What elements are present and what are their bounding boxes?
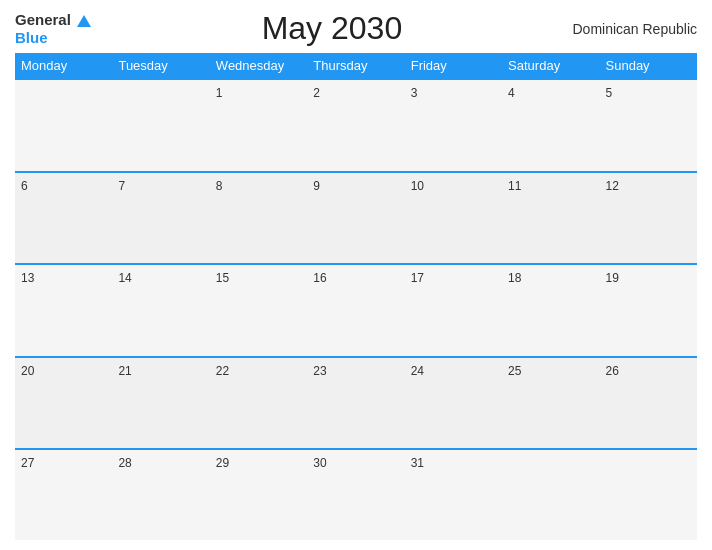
calendar-day-cell: 28 (112, 449, 209, 540)
logo-blue-text: Blue (15, 29, 48, 46)
calendar-day-cell: 31 (405, 449, 502, 540)
calendar-day-cell: 23 (307, 357, 404, 450)
day-header-wednesday: Wednesday (210, 53, 307, 79)
calendar-day-cell: 29 (210, 449, 307, 540)
logo-triangle-icon (77, 15, 91, 27)
calendar-day-cell: 15 (210, 264, 307, 357)
calendar-day-cell: 16 (307, 264, 404, 357)
calendar-week-5: 2728293031 (15, 449, 697, 540)
calendar-week-3: 13141516171819 (15, 264, 697, 357)
calendar-day-cell: 17 (405, 264, 502, 357)
calendar-table: MondayTuesdayWednesdayThursdayFridaySatu… (15, 53, 697, 540)
calendar-body: 1234567891011121314151617181920212223242… (15, 79, 697, 540)
calendar-day-cell: 18 (502, 264, 599, 357)
calendar-day-cell (600, 449, 697, 540)
calendar-week-2: 6789101112 (15, 172, 697, 265)
day-header-tuesday: Tuesday (112, 53, 209, 79)
calendar-day-cell: 22 (210, 357, 307, 450)
calendar-day-cell: 21 (112, 357, 209, 450)
calendar-day-cell: 14 (112, 264, 209, 357)
month-title: May 2030 (262, 10, 403, 47)
calendar-day-cell: 9 (307, 172, 404, 265)
calendar-day-cell: 11 (502, 172, 599, 265)
calendar-day-cell (112, 79, 209, 172)
calendar-week-1: 12345 (15, 79, 697, 172)
calendar-day-cell: 24 (405, 357, 502, 450)
calendar-day-cell: 12 (600, 172, 697, 265)
calendar-day-cell: 10 (405, 172, 502, 265)
day-header-monday: Monday (15, 53, 112, 79)
calendar-day-cell: 27 (15, 449, 112, 540)
calendar-day-cell: 13 (15, 264, 112, 357)
calendar-day-cell (502, 449, 599, 540)
page-header: General Blue May 2030 Dominican Republic (15, 10, 697, 47)
calendar-day-cell: 25 (502, 357, 599, 450)
calendar-day-cell: 20 (15, 357, 112, 450)
day-header-thursday: Thursday (307, 53, 404, 79)
calendar-day-cell: 5 (600, 79, 697, 172)
calendar-day-cell (15, 79, 112, 172)
calendar-day-cell: 1 (210, 79, 307, 172)
day-header-friday: Friday (405, 53, 502, 79)
calendar-day-cell: 26 (600, 357, 697, 450)
calendar-day-cell: 19 (600, 264, 697, 357)
calendar-day-cell: 3 (405, 79, 502, 172)
country-label: Dominican Republic (572, 21, 697, 37)
logo: General Blue (15, 11, 91, 46)
calendar-day-cell: 6 (15, 172, 112, 265)
logo-top-row: General (15, 11, 91, 29)
logo-bottom-row: Blue (15, 29, 48, 47)
day-header-sunday: Sunday (600, 53, 697, 79)
calendar-day-cell: 4 (502, 79, 599, 172)
calendar-day-cell: 2 (307, 79, 404, 172)
calendar-day-cell: 8 (210, 172, 307, 265)
logo-general-text: General (15, 11, 71, 28)
calendar-week-4: 20212223242526 (15, 357, 697, 450)
calendar-header-row: MondayTuesdayWednesdayThursdayFridaySatu… (15, 53, 697, 79)
calendar-day-cell: 7 (112, 172, 209, 265)
day-header-saturday: Saturday (502, 53, 599, 79)
calendar-day-cell: 30 (307, 449, 404, 540)
